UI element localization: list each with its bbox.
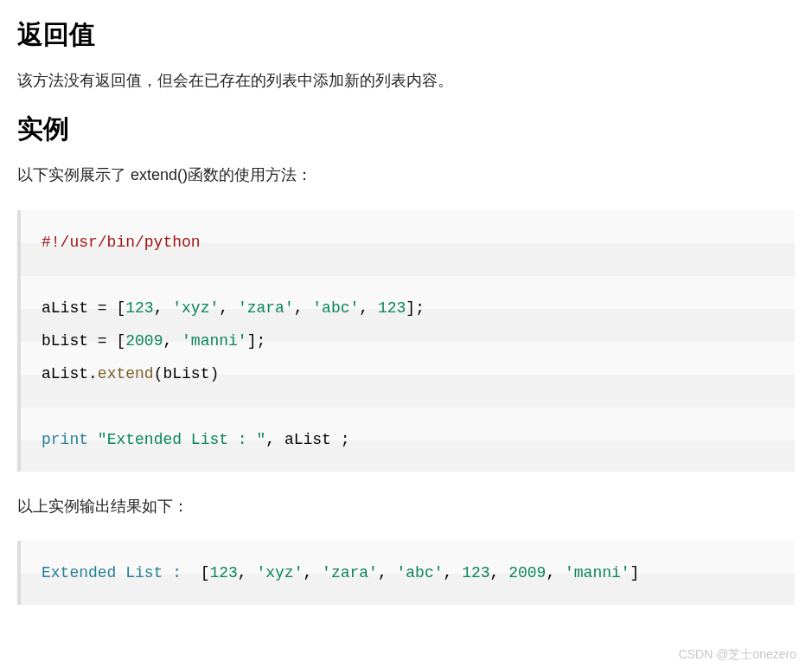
code-token: , <box>219 299 238 317</box>
code-token: = <box>88 332 116 350</box>
code-token: 'manni' <box>565 564 630 581</box>
code-token: ] <box>247 332 257 350</box>
code-token: 123 <box>378 299 406 317</box>
code-token: bList <box>42 332 88 350</box>
code-token: , <box>163 332 182 350</box>
code-token: , <box>378 564 397 581</box>
code-shebang: #!/usr/bin/python <box>42 234 201 251</box>
paragraph-output-intro: 以上实例输出结果如下： <box>17 492 795 520</box>
code-token: 123 <box>462 564 489 581</box>
code-token: 'zara' <box>238 299 294 317</box>
paragraph-example-intro: 以下实例展示了 extend()函数的使用方法： <box>17 161 795 189</box>
code-block-output: Extended List : [123, 'xyz', 'zara', 'ab… <box>17 541 795 605</box>
code-block-example: #!/usr/bin/python aList = [123, 'xyz', '… <box>17 210 795 472</box>
code-token: 'xyz' <box>256 564 303 581</box>
code-token: , <box>444 564 463 581</box>
code-token: ; <box>341 431 350 448</box>
code-token: print <box>42 431 88 448</box>
code-token: extend <box>98 365 154 382</box>
code-token: 'zara' <box>322 564 378 581</box>
code-token: 'manni' <box>182 332 247 350</box>
code-token: [ <box>116 332 125 350</box>
code-token: ; <box>257 332 266 350</box>
code-token: ; <box>415 299 425 317</box>
heading-example: 实例 <box>17 112 795 147</box>
code-token: aList <box>42 299 88 317</box>
paragraph-return-desc: 该方法没有返回值，但会在已存在的列表中添加新的列表内容。 <box>17 67 795 94</box>
code-token: , <box>265 431 285 448</box>
code-token: [ <box>201 564 210 581</box>
code-token: ) <box>209 365 219 382</box>
code-token: 2009 <box>508 564 546 581</box>
code-token: 123 <box>125 299 153 317</box>
code-token: 'abc' <box>397 564 444 581</box>
code-token: , <box>238 564 257 581</box>
code-token: , <box>294 299 313 317</box>
code-token: aList <box>42 365 88 382</box>
code-token: , <box>546 564 565 581</box>
code-token: ] <box>406 299 415 317</box>
code-token: , <box>359 299 378 317</box>
code-token: , <box>154 299 173 317</box>
code-token: , <box>303 564 322 581</box>
code-token: 123 <box>209 564 237 581</box>
code-token: 2009 <box>125 332 163 350</box>
code-token: "Extended List : " <box>98 431 265 448</box>
code-token: ( <box>154 365 163 382</box>
code-token: bList <box>163 365 209 382</box>
heading-return-value: 返回值 <box>17 17 795 53</box>
output-label: Extended List : <box>42 564 201 581</box>
code-token: = <box>88 299 116 317</box>
code-token: [ <box>116 299 125 317</box>
code-token: ] <box>630 564 640 581</box>
code-token: 'xyz' <box>172 299 219 317</box>
code-token: 'abc' <box>312 299 359 317</box>
code-token: , <box>490 564 509 581</box>
code-token: . <box>88 365 98 382</box>
code-token: aList <box>285 431 331 448</box>
